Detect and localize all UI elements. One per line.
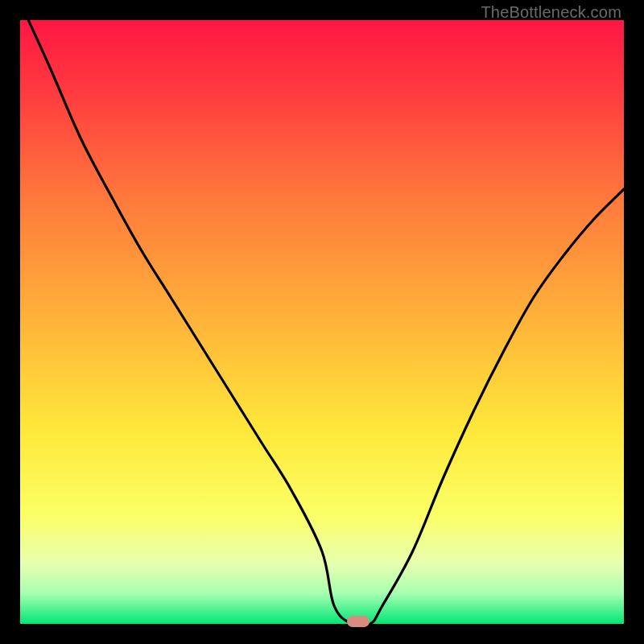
optimal-marker [347, 616, 369, 627]
chart-background-gradient [20, 20, 624, 624]
svg-rect-0 [20, 20, 624, 624]
watermark-text: TheBottleneck.com [481, 3, 621, 22]
chart-frame [20, 20, 624, 624]
